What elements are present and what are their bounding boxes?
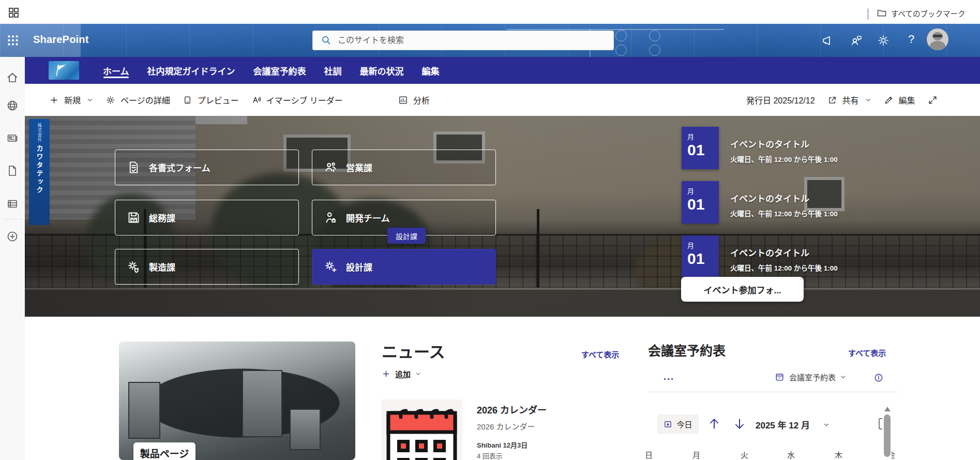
analytics-button[interactable]: 分析	[398, 94, 430, 106]
published-date-label: 発行日 2025/12/12	[746, 94, 815, 106]
sharepoint-home-page: すべてのブックマーク SharePoint	[0, 0, 980, 460]
contacts-icon[interactable]	[850, 34, 863, 47]
list-rows-icon[interactable]	[6, 198, 19, 210]
site-search	[312, 31, 614, 50]
calendar-illustration	[381, 399, 462, 460]
event-month: 月	[687, 186, 719, 196]
today-button[interactable]: 今日	[657, 414, 699, 434]
scrollbar-thumb[interactable]	[884, 414, 891, 457]
help-icon[interactable]: ?	[905, 33, 917, 47]
command-toolbar: 新規 ページの詳細 プレビュー イマーシブ リーダー	[25, 84, 980, 116]
document-check-icon	[127, 160, 141, 174]
preview-label: プレビュー	[198, 94, 239, 106]
save-mail-icon	[127, 211, 141, 225]
news-section-title: ニュース	[382, 339, 445, 362]
analytics-icon	[398, 95, 408, 105]
webpart-overflow-button[interactable]: ...	[664, 372, 674, 382]
person-tool-icon	[324, 211, 338, 225]
event-time: 火曜日、午前 12:00 から午後 1:00	[730, 262, 838, 273]
event-time: 火曜日、午前 12:00 から午後 1:00	[730, 154, 838, 164]
event-date-tile: 月 01	[682, 127, 719, 169]
all-bookmarks-label[interactable]: すべてのブックマーク	[891, 8, 965, 19]
tab-meeting-room[interactable]: 会議室予約表	[253, 57, 306, 84]
edit-button[interactable]: 編集	[884, 94, 915, 106]
chevron-down-icon	[415, 371, 421, 377]
share-icon	[827, 95, 837, 105]
tab-latest-status[interactable]: 最新の状況	[360, 57, 404, 84]
previous-month-arrow-icon[interactable]	[707, 417, 721, 431]
event-month: 月	[687, 240, 719, 250]
settings-gear-icon[interactable]	[877, 34, 889, 47]
bookmarks-divider	[867, 8, 869, 20]
share-button[interactable]: 共有	[827, 94, 871, 106]
event-join-form-button[interactable]: イベント参加フォ...	[681, 277, 804, 302]
quicklink-forms[interactable]: 各書式フォーム	[115, 150, 299, 185]
next-month-arrow-icon[interactable]	[733, 417, 746, 431]
news-icon[interactable]	[6, 132, 19, 144]
event-day: 01	[687, 196, 719, 213]
immersive-reader-label: イマーシブ リーダー	[266, 94, 343, 106]
page-details-button[interactable]: ページの詳細	[105, 94, 170, 106]
megaphone-icon[interactable]	[821, 34, 834, 47]
user-avatar[interactable]	[927, 28, 948, 50]
preview-button[interactable]: プレビュー	[183, 94, 239, 106]
quicklink-general-affairs[interactable]: 総務課	[115, 200, 299, 235]
month-selector[interactable]: 2025 年 12 月	[756, 418, 810, 431]
event-title: イベントのタイトル	[730, 246, 838, 259]
news-item-thumbnail[interactable]	[381, 399, 462, 460]
day-header-tue: 火	[741, 449, 748, 460]
calendar-list-selector[interactable]: 会議室予約表	[775, 372, 846, 382]
product-page-label[interactable]: 製品ページ	[133, 442, 195, 460]
nav-tabs: ホーム 社内規定ガイドライン 会議室予約表 社訓 最新の状況 編集	[103, 57, 440, 84]
company-sign: 株式会社 カワタテック	[29, 119, 50, 225]
blueprint-decor	[507, 29, 724, 30]
today-label: 今日	[676, 419, 692, 429]
quicklink-manufacturing[interactable]: 製造課	[115, 249, 299, 285]
immersive-reader-button[interactable]: イマーシブ リーダー	[251, 94, 343, 106]
day-header-wed: 水	[787, 449, 795, 460]
avatar-glasses	[933, 35, 942, 37]
page-icon[interactable]	[6, 165, 19, 177]
event-day: 01	[687, 141, 719, 159]
published-date: 発行日 2025/12/12	[746, 94, 815, 106]
people-group-icon	[324, 160, 338, 174]
apps-grid-icon[interactable]	[7, 6, 20, 19]
event-month: 月	[687, 131, 719, 141]
sharepoint-brand[interactable]: SharePoint	[33, 34, 89, 46]
event-item[interactable]: 月 01 イベントのタイトル 火曜日、午前 12:00 から午後 1:00	[682, 235, 971, 278]
quicklink-sales[interactable]: 営業課	[312, 150, 496, 185]
tab-edit[interactable]: 編集	[422, 57, 440, 84]
scrollbar-up-arrow[interactable]	[884, 407, 891, 411]
search-input[interactable]	[338, 36, 596, 45]
news-item-title[interactable]: 2026 カレンダー	[477, 403, 547, 416]
chevron-down-icon[interactable]	[823, 422, 830, 428]
logo-flag	[57, 65, 66, 70]
quicklink-label: 製造課	[149, 260, 175, 273]
news-add-button[interactable]: 追加	[382, 368, 421, 379]
toolbar-right-group: 発行日 2025/12/12 共有 編集	[746, 88, 938, 111]
tab-home[interactable]: ホーム	[103, 57, 129, 84]
event-time: 火曜日、午前 12:00 から午後 1:00	[730, 208, 838, 218]
home-icon[interactable]	[6, 71, 19, 84]
quicklink-design[interactable]: 設計課	[312, 249, 496, 285]
new-button[interactable]: 新規	[49, 94, 93, 106]
tab-company-creed[interactable]: 社訓	[324, 57, 342, 84]
info-icon[interactable]	[874, 373, 883, 382]
globe-icon[interactable]	[6, 99, 19, 112]
site-navbar: ホーム 社内規定ガイドライン 会議室予約表 社訓 最新の状況 編集	[25, 57, 980, 84]
news-item-subtitle: 2026 カレンダー	[477, 421, 535, 432]
chevron-down-icon	[840, 374, 846, 380]
event-item[interactable]: 月 01 イベントのタイトル 火曜日、午前 12:00 から午後 1:00	[682, 127, 971, 169]
app-launcher-waffle-icon[interactable]	[6, 34, 20, 47]
news-see-all-link[interactable]: すべて表示	[581, 349, 619, 360]
news-add-label: 追加	[395, 368, 411, 379]
product-photo-detail	[128, 382, 160, 439]
browser-topbar: すべてのブックマーク	[0, 0, 980, 24]
add-circle-icon[interactable]	[6, 230, 19, 243]
event-title: イベントのタイトル	[730, 191, 838, 204]
expand-button[interactable]	[928, 95, 938, 105]
tab-guidelines[interactable]: 社内規定ガイドライン	[147, 57, 235, 84]
booking-see-all-link[interactable]: すべて表示	[848, 347, 886, 358]
event-item[interactable]: 月 01 イベントのタイトル 火曜日、午前 12:00 から午後 1:00	[682, 181, 971, 224]
site-logo[interactable]	[49, 61, 79, 80]
